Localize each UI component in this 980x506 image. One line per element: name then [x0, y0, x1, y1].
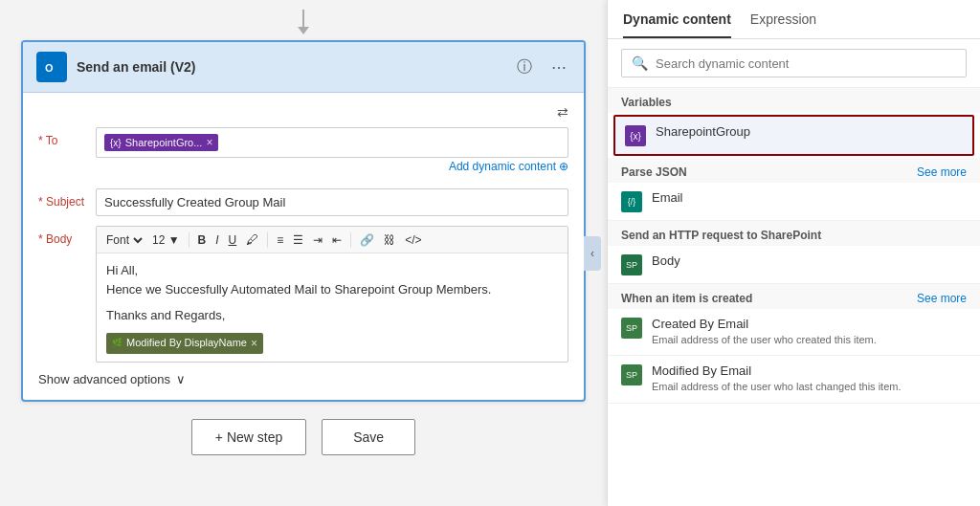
- align-icon: ⇄: [557, 104, 568, 120]
- body-item-text: Body: [652, 253, 967, 268]
- toolbar-sep-2: [267, 232, 268, 248]
- more-options-button[interactable]: ⋯: [547, 56, 570, 78]
- highlight-button[interactable]: 🖊: [243, 231, 261, 249]
- outdent-button[interactable]: ⇤: [329, 231, 345, 249]
- code-button[interactable]: </>: [402, 231, 424, 249]
- chevron-down-icon: ∨: [176, 372, 186, 386]
- right-panel: Dynamic content Expression 🔍 Variables {…: [607, 0, 980, 506]
- dynamic-item-modified-by-email[interactable]: SP Modified By Email Email address of th…: [608, 356, 980, 403]
- card-body: ⇄ To {x} SharepointGro... × Add d: [23, 93, 584, 400]
- email-item-text: Email: [652, 190, 967, 205]
- panel-search-area: 🔍: [608, 39, 980, 88]
- info-button[interactable]: ⓘ: [513, 55, 536, 79]
- connector-line: [302, 10, 304, 27]
- body-label: Body: [38, 226, 96, 246]
- dynamic-item-sharepoint-group[interactable]: {x} SharepointGroup: [613, 115, 974, 156]
- dynamic-item-created-by-email[interactable]: SP Created By Email Email address of the…: [608, 309, 980, 356]
- toolbar-sep-3: [350, 232, 351, 248]
- section-variables: Variables: [608, 88, 980, 113]
- variables-title: Variables: [621, 96, 672, 109]
- tab-expression[interactable]: Expression: [750, 0, 816, 38]
- save-button[interactable]: Save: [322, 419, 415, 455]
- svg-text:O: O: [45, 62, 54, 74]
- dynamic-item-body[interactable]: SP Body: [608, 246, 980, 284]
- modified-by-email-desc: Email address of the user who last chang…: [652, 380, 967, 394]
- http-request-title: Send an HTTP request to SharePoint: [621, 229, 821, 242]
- created-by-email-icon: SP: [621, 318, 642, 339]
- sharepoint-group-icon: {x}: [625, 125, 646, 146]
- section-when-created: When an item is created See more: [608, 284, 980, 309]
- card-header: O Send an email (V2) ⓘ ⋯: [23, 42, 584, 93]
- panel-content: Variables {x} SharepointGroup Parse JSON…: [608, 88, 980, 506]
- ol-button[interactable]: ≡: [274, 231, 286, 249]
- email-item-icon: {/}: [621, 191, 642, 212]
- header-left: O Send an email (V2): [36, 52, 195, 82]
- font-size-display: 12 ▼: [149, 231, 183, 249]
- to-label: To: [38, 127, 96, 147]
- to-tag-text: SharepointGro...: [125, 137, 203, 148]
- connector-arrow: [298, 27, 309, 34]
- to-tag-close[interactable]: ×: [206, 136, 212, 149]
- created-by-email-title: Created By Email: [652, 317, 967, 331]
- advanced-options-label: Show advanced options: [38, 372, 170, 386]
- body-line-3: Thanks and Regards,: [106, 306, 558, 325]
- sharepoint-group-text: SharepointGroup: [656, 124, 963, 139]
- search-icon: 🔍: [632, 55, 648, 71]
- bottom-actions: + New step Save: [191, 419, 415, 455]
- ul-button[interactable]: ☰: [290, 231, 306, 249]
- collapse-panel-button[interactable]: ‹: [584, 236, 601, 271]
- add-dynamic-button[interactable]: Add dynamic content ⊕: [449, 160, 568, 173]
- link-button[interactable]: 🔗: [357, 231, 377, 249]
- bold-button[interactable]: B: [195, 231, 210, 249]
- modified-by-close[interactable]: ×: [251, 335, 257, 352]
- when-created-see-more[interactable]: See more: [917, 292, 967, 305]
- dynamic-item-email[interactable]: {/} Email: [608, 183, 980, 221]
- sharepoint-group-title: SharepointGroup: [656, 124, 963, 139]
- header-icons: ⓘ ⋯: [513, 55, 570, 79]
- to-tag: {x} SharepointGro... ×: [104, 134, 218, 151]
- to-row: To {x} SharepointGro... × Add dynamic co…: [38, 127, 568, 179]
- parse-json-see-more[interactable]: See more: [917, 165, 967, 179]
- section-parse-json: Parse JSON See more: [608, 158, 980, 183]
- body-toolbar: Font 12 ▼ B I U 🖊 ≡ ☰ ⇥ ⇤ �: [97, 227, 568, 253]
- body-item-icon: SP: [621, 254, 642, 275]
- created-by-email-text: Created By Email Email address of the us…: [652, 317, 967, 347]
- new-step-button[interactable]: + New step: [191, 419, 306, 455]
- created-by-email-desc: Email address of the user who created th…: [652, 333, 967, 347]
- subject-label: Subject: [38, 188, 96, 209]
- section-http-request: Send an HTTP request to SharePoint: [608, 221, 980, 246]
- body-content[interactable]: Hi All, Hence we Succesfully Automated M…: [97, 253, 568, 362]
- add-dynamic-label: Add dynamic content: [449, 160, 556, 173]
- outlook-icon: O: [36, 52, 67, 82]
- subject-row: Subject: [38, 188, 568, 216]
- italic-button[interactable]: I: [212, 231, 221, 249]
- card-title: Send an email (V2): [77, 59, 195, 75]
- body-editor[interactable]: Font 12 ▼ B I U 🖊 ≡ ☰ ⇥ ⇤ �: [96, 226, 568, 363]
- underline-button[interactable]: U: [226, 231, 240, 249]
- toolbar-sep-1: [189, 232, 189, 248]
- add-dynamic-row: Add dynamic content ⊕: [96, 160, 568, 173]
- body-row: Body Font 12 ▼ B I U 🖊 ≡ ☰: [38, 226, 568, 363]
- tag-icon: {x}: [110, 138, 122, 148]
- email-item-title: Email: [652, 190, 967, 205]
- font-select[interactable]: Font: [102, 232, 145, 248]
- modified-by-email-icon: SP: [621, 364, 642, 385]
- unlink-button[interactable]: ⛓: [381, 231, 398, 249]
- email-card: O Send an email (V2) ⓘ ⋯ ⇄ To: [21, 40, 586, 402]
- panel-tabs: Dynamic content Expression: [608, 0, 980, 39]
- body-line-1: Hi All,: [106, 261, 558, 280]
- to-field[interactable]: {x} SharepointGro... ×: [96, 127, 568, 158]
- when-created-title: When an item is created: [621, 292, 752, 305]
- tab-dynamic-content[interactable]: Dynamic content: [623, 0, 731, 38]
- modified-by-email-title: Modified By Email: [652, 363, 967, 378]
- subject-input[interactable]: [96, 188, 568, 216]
- body-line-2: Hence we Succesfully Automated Mail to S…: [106, 280, 558, 299]
- modified-by-icon: 🌿: [112, 337, 122, 350]
- advanced-options-row[interactable]: Show advanced options ∨: [38, 372, 568, 386]
- add-dynamic-plus: ⊕: [559, 160, 568, 173]
- indent-button[interactable]: ⇥: [310, 231, 325, 249]
- parse-json-title: Parse JSON: [621, 165, 687, 179]
- search-input[interactable]: [656, 56, 956, 71]
- modified-by-tag: 🌿 Modified By DisplayName ×: [106, 333, 263, 354]
- align-row: ⇄: [38, 104, 568, 120]
